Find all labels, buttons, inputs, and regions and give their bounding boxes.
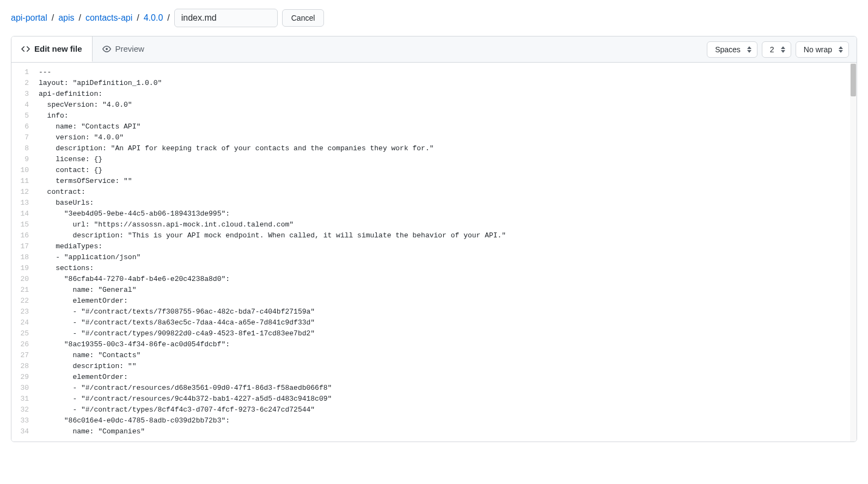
line-number: 33 xyxy=(11,415,39,426)
code-line[interactable]: 16 description: "This is your API mock e… xyxy=(11,230,857,241)
line-content: version: "4.0.0" xyxy=(39,132,124,143)
code-line[interactable]: 5 info: xyxy=(11,111,857,121)
line-number: 1 xyxy=(11,67,39,78)
code-line[interactable]: 25 - "#/contract/types/909822d0-c4a9-452… xyxy=(11,328,857,339)
code-line[interactable]: 4 specVersion: "4.0.0" xyxy=(11,100,857,111)
code-line[interactable]: 14 "3eeb4d05-9ebe-44c5-ab06-1894313de995… xyxy=(11,209,857,219)
line-number: 6 xyxy=(11,121,39,132)
code-line[interactable]: 27 name: "Contacts" xyxy=(11,350,857,361)
code-line[interactable]: 9 license: {} xyxy=(11,154,857,165)
line-content: contract: xyxy=(39,187,85,198)
line-content: termsOfService: "" xyxy=(39,176,132,187)
line-number: 3 xyxy=(11,89,39,100)
line-content: contact: {} xyxy=(39,165,102,176)
code-line[interactable]: 12 contract: xyxy=(11,187,857,198)
code-line[interactable]: 6 name: "Contacts API" xyxy=(11,121,857,132)
breadcrumb-link-contactsapi[interactable]: contacts-api xyxy=(85,13,132,23)
breadcrumb-link-version[interactable]: 4.0.0 xyxy=(144,13,163,23)
breadcrumb-separator: / xyxy=(79,13,81,23)
code-line[interactable]: 15 url: "https://assossn.api-mock.int.cl… xyxy=(11,219,857,230)
code-line[interactable]: 17 mediaTypes: xyxy=(11,241,857,252)
breadcrumb-link-apis[interactable]: apis xyxy=(58,13,74,23)
line-number: 29 xyxy=(11,372,39,383)
code-line[interactable]: 28 description: "" xyxy=(11,361,857,372)
line-number: 8 xyxy=(11,143,39,154)
line-number: 9 xyxy=(11,154,39,165)
code-line[interactable]: 29 elementOrder: xyxy=(11,372,857,383)
code-line[interactable]: 10 contact: {} xyxy=(11,165,857,176)
line-content: elementOrder: xyxy=(39,296,128,307)
code-line[interactable]: 18 - "application/json" xyxy=(11,252,857,263)
wrap-mode-value: No wrap xyxy=(804,45,832,54)
cancel-button[interactable]: Cancel xyxy=(282,9,325,27)
code-line[interactable]: 26 "8ac19355-00c3-4f34-86fe-ac0d054fdcbf… xyxy=(11,339,857,350)
line-number: 30 xyxy=(11,383,39,394)
line-number: 15 xyxy=(11,219,39,230)
line-number: 5 xyxy=(11,111,39,121)
line-number: 17 xyxy=(11,241,39,252)
code-line[interactable]: 22 elementOrder: xyxy=(11,296,857,307)
line-number: 11 xyxy=(11,176,39,187)
line-content: - "application/json" xyxy=(39,252,140,263)
code-line[interactable]: 30 - "#/contract/resources/d68e3561-09d0… xyxy=(11,383,857,394)
code-line[interactable]: 7 version: "4.0.0" xyxy=(11,132,857,143)
line-number: 31 xyxy=(11,394,39,405)
line-number: 12 xyxy=(11,187,39,198)
line-number: 22 xyxy=(11,296,39,307)
wrap-mode-select[interactable]: No wrap xyxy=(796,41,849,58)
line-content: - "#/contract/types/909822d0-c4a9-4523-8… xyxy=(39,328,315,339)
line-content: specVersion: "4.0.0" xyxy=(39,100,132,111)
code-line[interactable]: 8 description: "An API for keeping track… xyxy=(11,143,857,154)
code-line[interactable]: 20 "86cfab44-7270-4abf-b4e6-e20c4238a8d0… xyxy=(11,274,857,285)
line-number: 34 xyxy=(11,426,39,437)
scrollbar-track[interactable] xyxy=(850,63,857,442)
code-icon xyxy=(21,45,30,53)
line-number: 26 xyxy=(11,339,39,350)
indent-size-select[interactable]: 2 xyxy=(762,41,791,58)
breadcrumb-separator: / xyxy=(137,13,139,23)
line-content: elementOrder: xyxy=(39,372,128,383)
line-content: "3eeb4d05-9ebe-44c5-ab06-1894313de995": xyxy=(39,209,230,219)
line-number: 10 xyxy=(11,165,39,176)
breadcrumb-separator: / xyxy=(52,13,54,23)
line-number: 23 xyxy=(11,307,39,317)
code-line[interactable]: 34 name: "Companies" xyxy=(11,426,857,437)
code-line[interactable]: 23 - "#/contract/texts/7f308755-96ac-482… xyxy=(11,307,857,317)
code-line[interactable]: 19 sections: xyxy=(11,263,857,274)
line-number: 20 xyxy=(11,274,39,285)
tab-preview[interactable]: Preview xyxy=(93,36,154,62)
line-content: --- xyxy=(39,67,51,78)
line-content: baseUrls: xyxy=(39,198,94,209)
line-content: license: {} xyxy=(39,154,102,165)
editor-tabs: Edit new file Preview Spaces 2 xyxy=(11,36,857,63)
code-line[interactable]: 3api-definition: xyxy=(11,89,857,100)
tab-edit-label: Edit new file xyxy=(34,44,82,53)
code-line[interactable]: 11 termsOfService: "" xyxy=(11,176,857,187)
line-content: api-definition: xyxy=(39,89,102,100)
code-line[interactable]: 33 "86c016e4-e0dc-4785-8adb-c039d2bb72b3… xyxy=(11,415,857,426)
line-number: 32 xyxy=(11,405,39,415)
indent-mode-select[interactable]: Spaces xyxy=(707,41,757,58)
filename-input[interactable] xyxy=(174,9,278,27)
line-number: 7 xyxy=(11,132,39,143)
line-content: - "#/contract/resources/d68e3561-09d0-47… xyxy=(39,383,332,394)
code-line[interactable]: 24 - "#/contract/texts/8a63ec5c-7daa-44c… xyxy=(11,317,857,328)
code-line[interactable]: 2layout: "apiDefinition_1.0.0" xyxy=(11,78,857,89)
line-number: 13 xyxy=(11,198,39,209)
tab-edit-new-file[interactable]: Edit new file xyxy=(11,36,93,62)
code-line[interactable]: 32 - "#/contract/types/8cf4f4c3-d707-4fc… xyxy=(11,405,857,415)
scrollbar-thumb[interactable] xyxy=(851,64,856,96)
line-content: - "#/contract/texts/7f308755-96ac-482c-b… xyxy=(39,307,315,317)
updown-icon xyxy=(747,46,751,53)
line-content: name: "Contacts API" xyxy=(39,121,140,132)
breadcrumb-link-apiportal[interactable]: api-portal xyxy=(11,13,47,23)
code-line[interactable]: 1--- xyxy=(11,67,857,78)
code-line[interactable]: 31 - "#/contract/resources/9c44b372-bab1… xyxy=(11,394,857,405)
editor-container: Edit new file Preview Spaces 2 xyxy=(11,36,857,442)
code-editor[interactable]: 1---2layout: "apiDefinition_1.0.0"3api-d… xyxy=(11,63,857,442)
code-line[interactable]: 13 baseUrls: xyxy=(11,198,857,209)
editor-controls: Spaces 2 No wrap xyxy=(707,41,857,58)
line-number: 24 xyxy=(11,317,39,328)
updown-icon xyxy=(839,46,843,53)
code-line[interactable]: 21 name: "General" xyxy=(11,285,857,296)
